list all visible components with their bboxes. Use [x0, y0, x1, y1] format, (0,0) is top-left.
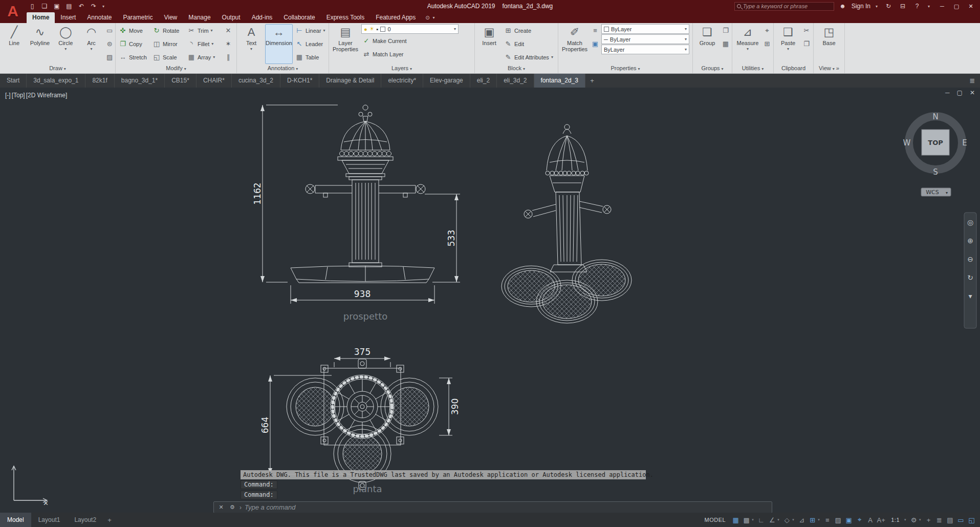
ungroup-button[interactable]: ❐ [721, 24, 730, 37]
command-input[interactable] [245, 503, 769, 511]
autocad-logo-button[interactable]: A [3, 1, 23, 22]
tab-addins[interactable]: Add-ins [246, 12, 278, 23]
rectangle-tool-button[interactable]: ▭ [105, 24, 114, 37]
explode-button[interactable]: ✶ [224, 37, 233, 50]
file-tab[interactable]: cucina_3d_2 [232, 74, 280, 88]
measure-button[interactable]: ⊿ Measure ▾ [734, 24, 761, 64]
block-panel-label[interactable]: Block▾ [475, 64, 558, 73]
offset-button[interactable]: ∥ [224, 51, 233, 64]
save-icon[interactable]: ▣ [51, 3, 62, 10]
ellipse-tool-button[interactable]: ⊜ [105, 37, 114, 50]
file-tab[interactable]: bagno_3d_1* [115, 74, 165, 88]
arc-button[interactable]: ◠ Arc ▾ [79, 24, 103, 64]
transparency-icon[interactable]: ▨ [833, 516, 843, 524]
steering-wheel-icon[interactable]: ◎ [967, 218, 973, 226]
file-tab[interactable]: CHAIR* [197, 74, 232, 88]
linear-button[interactable]: ⊢Linear▾ [294, 24, 326, 37]
match-properties-button[interactable]: ✐ Match Properties [560, 24, 589, 64]
file-tab[interactable]: Elev-garage [423, 74, 470, 88]
viewcube-west[interactable]: W [903, 138, 911, 147]
insert-block-button[interactable]: ▣ Insert [477, 24, 502, 64]
graphics-performance-icon[interactable]: ▭ [955, 516, 966, 524]
file-tab[interactable]: electricity* [381, 74, 423, 88]
object-color-dropdown[interactable]: ByLayer ▾ [601, 24, 689, 34]
leader-button[interactable]: ↖Leader [294, 37, 326, 50]
snap-caret-icon[interactable]: ▾ [752, 518, 756, 522]
osnap-caret-icon[interactable]: ▾ [818, 518, 822, 522]
a360-sync-icon[interactable]: ↻ [883, 3, 894, 10]
close-button[interactable]: ✕ [964, 3, 978, 10]
new-file-icon[interactable]: ▯ [27, 3, 38, 10]
layers-panel-label[interactable]: Layers▾ [329, 64, 474, 73]
viewcube-east[interactable]: E [962, 138, 967, 147]
object-snap-icon[interactable]: ⊞ [807, 516, 818, 524]
make-current-button[interactable]: ✓Make Current [361, 34, 459, 47]
open-file-icon[interactable]: ❏ [39, 3, 50, 10]
draw-panel-label[interactable]: Draw▾ [0, 64, 115, 73]
file-tab[interactable]: Drainage & Detail [319, 74, 381, 88]
tab-collaborate[interactable]: Collaborate [278, 12, 320, 23]
ortho-icon[interactable]: ∟ [756, 516, 767, 524]
annotation-panel-label[interactable]: Annotation▾ [237, 64, 329, 73]
sign-in-caret-icon[interactable]: ▾ [874, 4, 880, 9]
viewport-visual-style-button[interactable]: [2D Wireframe] [26, 92, 68, 99]
linetype-dropdown[interactable]: ─ ByLayer ▾ [601, 34, 689, 44]
drawing-canvas[interactable]: 1162 533 938 prospetto [0, 88, 980, 513]
layout2-tab[interactable]: Layout2 [67, 513, 103, 527]
viewcube-south[interactable]: S [933, 167, 938, 177]
move-button[interactable]: ✜Move [118, 24, 150, 37]
file-tab[interactable]: eli_3d_2 [497, 74, 534, 88]
mirror-button[interactable]: ◫Mirror [151, 37, 185, 50]
orbit-icon[interactable]: ↻ [967, 273, 973, 282]
properties-palette-button[interactable]: ▣ [591, 37, 600, 50]
file-tab[interactable]: 3d_sala_expo_1 [27, 74, 85, 88]
tab-insert[interactable]: Insert [55, 12, 81, 23]
groups-panel-label[interactable]: Groups▾ [693, 64, 732, 73]
tab-parametric[interactable]: Parametric [117, 12, 158, 23]
layout1-tab[interactable]: Layout1 [31, 513, 68, 527]
file-tab-active[interactable]: fontana_2d_3 [534, 74, 585, 88]
file-tab[interactable]: 82k1f [85, 74, 114, 88]
plot-icon[interactable]: ▤ [63, 3, 75, 10]
annotation-monitor-icon[interactable]: + [923, 516, 934, 524]
app-store-icon[interactable]: ⊟ [897, 3, 908, 10]
selection-cycling-icon[interactable]: ▣ [843, 516, 854, 524]
cut-button[interactable]: ✂ [802, 24, 811, 37]
qat-customize-icon[interactable]: ▾ [100, 4, 106, 9]
ribbon-display-options[interactable]: ⊙ ▾ [421, 12, 441, 23]
tab-express-tools[interactable]: Express Tools [321, 12, 370, 23]
file-tab[interactable]: CB15* [165, 74, 197, 88]
model-tab[interactable]: Model [0, 513, 31, 527]
minimize-button[interactable]: ─ [935, 3, 949, 9]
lineweight-dropdown[interactable]: ByLayer ▾ [601, 45, 689, 54]
drawing-area[interactable]: [-] [Top] [2D Wireframe] ─ ▢ ✕ [0, 88, 980, 513]
isodraft-caret-icon[interactable]: ▾ [792, 518, 796, 522]
layer-dropdown[interactable]: ● ☀ ▪ 0 ▾ [361, 24, 459, 34]
workspace-caret-icon[interactable]: ▾ [919, 518, 923, 522]
group-button[interactable]: ❏ Group [695, 24, 720, 64]
tab-home[interactable]: Home [27, 12, 55, 23]
file-tab[interactable]: D-KCH1* [280, 74, 319, 88]
layer-properties-button[interactable]: ▤ Layer Properties [331, 24, 360, 64]
navigation-bar[interactable]: ◎ ⊕ ⊖ ↻ ▾ [964, 213, 976, 328]
doc-restore-button[interactable]: ▢ [957, 89, 963, 96]
new-layout-button[interactable]: + [103, 516, 116, 524]
layer-on-icon[interactable]: ● [364, 26, 367, 32]
autoscale-icon[interactable]: A+ [876, 516, 886, 524]
dynamic-input-icon[interactable]: ⌖ [854, 516, 865, 524]
tab-overflow-icon[interactable]: ≣ [965, 74, 980, 88]
edit-block-button[interactable]: ✎Edit [503, 37, 554, 50]
model-space-toggle[interactable]: MODEL [700, 517, 731, 523]
fillet-button[interactable]: ◝Fillet▾ [186, 37, 222, 50]
lineweight-display-icon[interactable]: ≡ [822, 516, 833, 524]
layer-color-swatch[interactable] [380, 27, 385, 32]
table-button[interactable]: ▦Table [294, 51, 326, 64]
viewcube[interactable]: N W E S TOP WCS ▾ [903, 112, 967, 196]
annotation-visibility-icon[interactable]: A [865, 516, 876, 524]
paste-button[interactable]: ❑ Paste ▾ [776, 24, 800, 64]
file-tab-start[interactable]: Start [0, 74, 27, 88]
redo-icon[interactable]: ↷ [88, 3, 99, 10]
copy-clip-button[interactable]: ❐ [802, 37, 811, 50]
grid-icon[interactable]: ▦ [730, 516, 741, 524]
workspace-switching-icon[interactable]: ⚙ [908, 516, 919, 524]
